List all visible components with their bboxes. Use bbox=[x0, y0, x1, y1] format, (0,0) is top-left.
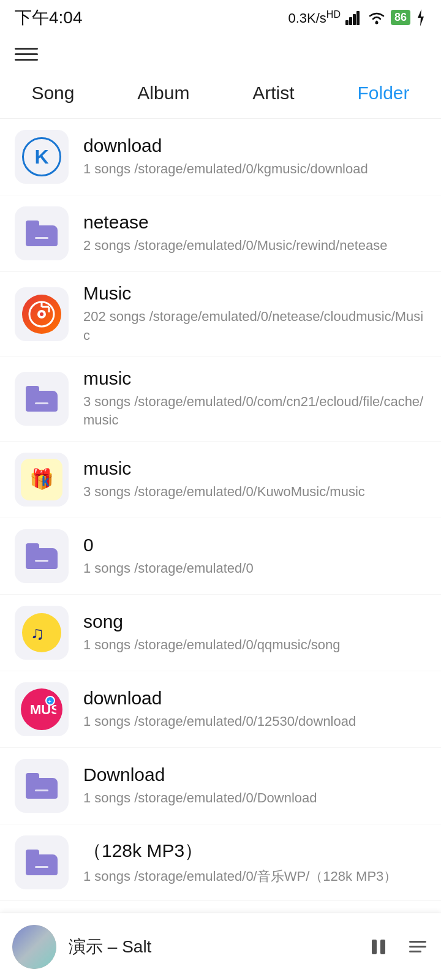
folder-info: music 3 songs /storage/emulated/0/com/cn… bbox=[83, 368, 426, 431]
svg-text:♫: ♫ bbox=[31, 623, 45, 643]
list-item[interactable]: （128k MP3） 1 songs /storage/emulated/0/音… bbox=[0, 824, 441, 901]
folder-meta: 1 songs /storage/emulated/0/12530/downlo… bbox=[83, 712, 426, 731]
purple-folder-icon bbox=[26, 221, 58, 246]
list-item[interactable]: 0 1 songs /storage/emulated/0 bbox=[0, 518, 441, 595]
folder-meta: 3 songs /storage/emulated/0/KuwoMusic/mu… bbox=[83, 483, 426, 502]
tab-bar: Song Album Artist Folder bbox=[0, 74, 441, 119]
folder-name: song bbox=[83, 611, 426, 632]
player-avatar[interactable] bbox=[12, 925, 56, 969]
status-bar: 下午4:04 0.3K/sHD 86 bbox=[0, 0, 441, 34]
svg-rect-25 bbox=[409, 951, 421, 952]
folder-info: Music 202 songs /storage/emulated/0/nete… bbox=[83, 283, 426, 345]
hamburger-icon bbox=[15, 53, 38, 55]
tab-artist[interactable]: Artist bbox=[247, 80, 299, 106]
list-item[interactable]: MUSIC + download 1 songs /storage/emulat… bbox=[0, 671, 441, 748]
player-controls bbox=[368, 936, 429, 958]
folder-icon-wrap bbox=[15, 206, 69, 260]
svg-rect-1 bbox=[349, 17, 352, 25]
list-item[interactable]: netease 2 songs /storage/emulated/0/Musi… bbox=[0, 195, 441, 272]
pause-icon bbox=[368, 936, 390, 958]
list-item[interactable]: music 3 songs /storage/emulated/0/com/cn… bbox=[0, 357, 441, 442]
purple-folder-icon bbox=[26, 773, 58, 799]
folder-info: song 1 songs /storage/emulated/0/qqmusic… bbox=[83, 611, 426, 655]
folder-info: netease 2 songs /storage/emulated/0/Musi… bbox=[83, 212, 426, 255]
status-time: 下午4:04 bbox=[15, 6, 83, 29]
playlist-button[interactable] bbox=[407, 936, 429, 958]
folder-meta: 1 songs /storage/emulated/0/kgmusic/down… bbox=[83, 160, 426, 179]
folder-name: Download bbox=[83, 764, 426, 785]
player-title: 演示 – Salt bbox=[69, 935, 368, 959]
folder-name: netease bbox=[83, 212, 426, 233]
folder-name: （128k MP3） bbox=[83, 839, 426, 864]
bottom-player: 演示 – Salt bbox=[0, 913, 441, 980]
folder-name: Music bbox=[83, 283, 426, 304]
folder-info: （128k MP3） 1 songs /storage/emulated/0/音… bbox=[83, 839, 426, 886]
menu-button[interactable] bbox=[0, 34, 441, 74]
purple-folder-icon bbox=[26, 850, 58, 875]
battery-indicator: 86 bbox=[391, 10, 410, 25]
folder-meta: 1 songs /storage/emulated/0/音乐WP/（128k M… bbox=[83, 867, 426, 886]
folder-info: download 1 songs /storage/emulated/0/125… bbox=[83, 688, 426, 731]
qq-music-icon: ♫ bbox=[22, 613, 61, 652]
network-speed: 0.3K/sHD bbox=[288, 9, 340, 26]
svg-rect-24 bbox=[409, 946, 426, 948]
kg-icon: K bbox=[22, 137, 61, 176]
folder-meta: 202 songs /storage/emulated/0/netease/cl… bbox=[83, 307, 426, 345]
svg-marker-5 bbox=[418, 9, 424, 26]
wifi-icon bbox=[368, 10, 386, 25]
folder-icon-wrap bbox=[15, 835, 69, 889]
folder-icon-wrap: ♫ bbox=[15, 606, 69, 660]
folder-meta: 3 songs /storage/emulated/0/com/cn21/ecl… bbox=[83, 393, 426, 431]
tab-album[interactable]: Album bbox=[132, 80, 194, 106]
folder-meta: 1 songs /storage/emulated/0/qqmusic/song bbox=[83, 636, 426, 655]
tab-song[interactable]: Song bbox=[26, 80, 79, 106]
svg-text:k: k bbox=[42, 473, 50, 489]
folder-icon-wrap bbox=[15, 287, 69, 341]
pause-button[interactable] bbox=[368, 936, 390, 958]
folder-meta: 2 songs /storage/emulated/0/Music/rewind… bbox=[83, 236, 426, 255]
folder-icon-wrap bbox=[15, 529, 69, 583]
list-item[interactable]: ♫ song 1 songs /storage/emulated/0/qqmus… bbox=[0, 595, 441, 671]
svg-rect-21 bbox=[372, 940, 377, 954]
folder-name: 0 bbox=[83, 535, 426, 556]
playlist-icon bbox=[407, 936, 429, 958]
hamburger-icon bbox=[15, 48, 38, 50]
folder-info: 0 1 songs /storage/emulated/0 bbox=[83, 535, 426, 578]
folder-name: download bbox=[83, 688, 426, 709]
folder-icon-wrap bbox=[15, 372, 69, 426]
folder-name: download bbox=[83, 135, 426, 156]
list-item[interactable]: 🎁 k music 3 songs /storage/emulated/0/Ku… bbox=[0, 442, 441, 518]
svg-rect-0 bbox=[345, 20, 349, 25]
charging-icon bbox=[415, 9, 426, 26]
xiaomi-music-icon: MUSIC + bbox=[21, 688, 62, 730]
signal-icon bbox=[345, 10, 363, 25]
folder-meta: 1 songs /storage/emulated/0/Download bbox=[83, 789, 426, 808]
purple-folder-icon bbox=[26, 543, 58, 569]
purple-folder-icon bbox=[26, 386, 58, 412]
folder-icon-wrap: 🎁 k bbox=[15, 453, 69, 507]
folder-list: K download 1 songs /storage/emulated/0/k… bbox=[0, 119, 441, 901]
tab-folder[interactable]: Folder bbox=[352, 80, 414, 106]
list-item[interactable]: Music 202 songs /storage/emulated/0/nete… bbox=[0, 272, 441, 357]
folder-meta: 1 songs /storage/emulated/0 bbox=[83, 559, 426, 578]
svg-rect-2 bbox=[353, 14, 356, 25]
folder-info: Download 1 songs /storage/emulated/0/Dow… bbox=[83, 764, 426, 808]
player-avatar-image bbox=[12, 925, 56, 969]
svg-point-8 bbox=[40, 312, 43, 316]
svg-text:+: + bbox=[48, 698, 51, 705]
folder-icon-wrap: K bbox=[15, 130, 69, 184]
status-right-icons: 0.3K/sHD 86 bbox=[288, 9, 426, 26]
kuwo-icon: 🎁 k bbox=[21, 459, 62, 500]
folder-name: music bbox=[83, 368, 426, 389]
svg-rect-23 bbox=[409, 941, 426, 943]
svg-rect-3 bbox=[356, 11, 360, 25]
folder-info: music 3 songs /storage/emulated/0/KuwoMu… bbox=[83, 458, 426, 502]
list-item[interactable]: Download 1 songs /storage/emulated/0/Dow… bbox=[0, 748, 441, 824]
folder-name: music bbox=[83, 458, 426, 479]
folder-icon-wrap bbox=[15, 759, 69, 813]
folder-info: download 1 songs /storage/emulated/0/kgm… bbox=[83, 135, 426, 179]
svg-point-4 bbox=[375, 21, 378, 24]
hamburger-icon bbox=[15, 59, 38, 61]
list-item[interactable]: K download 1 songs /storage/emulated/0/k… bbox=[0, 119, 441, 195]
svg-rect-22 bbox=[380, 940, 385, 954]
